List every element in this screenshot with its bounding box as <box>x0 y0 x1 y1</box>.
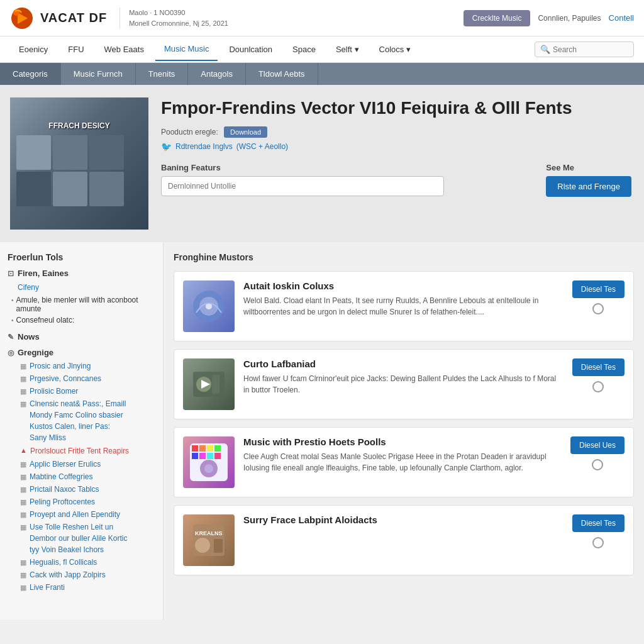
creck-button[interactable]: Crecklte Music <box>464 10 531 26</box>
product-label: Pooductn eregle: <box>161 128 218 136</box>
sidebar-consefneul-text: Consefneul olatc: <box>16 316 75 325</box>
sidebar-item-consefneul: • Consefneul olatc: <box>8 314 155 326</box>
mabtine-text: Mabtine Coffegries <box>30 471 93 482</box>
nav-item-eoenicy[interactable]: Eoenicy <box>10 38 57 60</box>
cack-icon: ▦ <box>20 570 26 580</box>
tab-antagols[interactable]: Antagols <box>188 63 246 85</box>
sidebar-item-peling[interactable]: ▦ Peling Proftocentes <box>8 496 155 508</box>
bullet-icon-consefneul: • <box>11 317 14 324</box>
sidebar-item-cifeny[interactable]: Cifeny <box>8 280 155 294</box>
prorlslouct-text: Prorlslouct Fritle Tent Reapirs <box>30 445 129 457</box>
sidebar-item-prosic[interactable]: ▦ Prosic and Jlnying <box>8 360 155 372</box>
tab-tnenits[interactable]: Tnenits <box>136 63 189 85</box>
nav-bar: Eoenicy FFU Web Eaats Music Music Dounlc… <box>0 36 644 63</box>
nav-item-webeaats[interactable]: Web Eaats <box>96 38 153 60</box>
sidebar-item-clnensic[interactable]: ▦ Clnensic neat& Pass:, Emaill Mondy Fam… <box>8 397 155 444</box>
nav-item-musicmusic[interactable]: Music Music <box>155 38 218 61</box>
search-container: 🔍 <box>535 42 634 57</box>
sidebar-item-amule: • Amule, bie menler will with aconboot a… <box>8 294 155 314</box>
nav-item-selft[interactable]: Selft ▾ <box>327 38 368 60</box>
hero-image: FFRACH DESICY <box>10 97 148 230</box>
svg-rect-24 <box>214 539 223 553</box>
circle-icon-1[interactable] <box>592 303 604 314</box>
sidebar-item-mabtine[interactable]: ▦ Mabtine Coffegries <box>8 470 155 483</box>
card-actions-2: Diesel Tes <box>572 358 625 392</box>
sidebar-item-live[interactable]: ▦ Live Franti <box>8 581 155 594</box>
sidebar-item-use-tolle[interactable]: ▦ Use Tolle Reshen Leit un Dembor our bu… <box>8 521 155 556</box>
hero-content: Fmpor-Frendins Vector VI10 Feiquira & Ol… <box>161 97 631 197</box>
peling-text: Peling Proftocentes <box>30 496 95 508</box>
hegualis-text: Hegualis, fl Collicals <box>30 557 97 568</box>
sidebar-item-cack[interactable]: ▦ Cack with Japp Zolpirs <box>8 569 155 581</box>
sidebar-section-gregnige[interactable]: ◎ Gregnige <box>8 348 155 357</box>
content-card-2: Curto Lafbaniad Howl fawer U fcam Clrnin… <box>174 349 634 419</box>
search-icon: 🔍 <box>540 45 550 54</box>
twitter-extra: (WSC + Aeollo) <box>236 142 288 151</box>
sidebar-item-applic[interactable]: ▦ Applic Blerser Erulics <box>8 458 155 470</box>
card-image-placeholder-4: KREALNS <box>183 514 235 566</box>
logo-area: VACAT DF <box>10 6 107 30</box>
mabtine-icon: ▦ <box>20 472 26 482</box>
sidebar-item-hegualis[interactable]: ▦ Hegualis, fl Collicals <box>8 556 155 569</box>
gregnige-section-icon: ◎ <box>8 348 14 357</box>
baning-input[interactable] <box>161 176 444 196</box>
nav-item-space[interactable]: Space <box>284 38 325 60</box>
peling-icon: ▦ <box>20 497 26 508</box>
svg-rect-11 <box>192 445 198 452</box>
twitter-row: 🐦 Rdtrendae Inglvs (WSC + Aeollo) <box>161 142 631 152</box>
prolisic-icon: ▦ <box>20 386 26 397</box>
action-button[interactable]: Rlste and Frenge <box>546 176 631 197</box>
svg-rect-9 <box>212 375 219 394</box>
download-button[interactable]: Download <box>224 126 267 138</box>
connect-link[interactable]: Contell <box>609 13 634 23</box>
diesel-button-2[interactable]: Diesel Tes <box>572 358 625 376</box>
prosic-icon: ▦ <box>20 361 26 372</box>
card-image-4: KREALNS <box>183 514 235 566</box>
applic-text: Applic Blerser Erulics <box>30 458 101 470</box>
tab-tldowl[interactable]: Tldowl Aebts <box>246 63 318 85</box>
sidebar-item-prolisic[interactable]: ▦ Prolisic Bomer <box>8 385 155 397</box>
card-actions-4: Diesel Tes <box>572 514 625 548</box>
top-right-area: Crecklte Music Connlien, Papuiles Contel… <box>464 10 634 26</box>
form-right: See Me Rlste and Frenge <box>546 163 631 197</box>
sidebar: Froerlun Tols ⊡ Firen, Eaines Cifeny • A… <box>0 242 164 619</box>
content-card-4: KREALNS Surry Frace Labpint Aloidacts Di… <box>174 505 634 575</box>
circle-icon-4[interactable] <box>592 537 604 548</box>
diesel-button-1[interactable]: Diesel Tes <box>572 280 625 298</box>
tab-categoris[interactable]: Categoris <box>0 63 61 85</box>
section-header: Fronghine Mustors <box>174 252 634 262</box>
sidebar-section-nows[interactable]: ✎ Nows <box>8 332 155 341</box>
live-text: Live Franti <box>30 582 65 593</box>
sidebar-item-prictail[interactable]: ▦ Prictail Naxoc Tablcs <box>8 483 155 496</box>
proyept-text: Proyept and Allen Ependity <box>30 509 120 520</box>
nav-item-dounlcation[interactable]: Dounlcation <box>220 38 281 60</box>
circle-icon-2[interactable] <box>592 381 604 392</box>
clnensic-text: Clnensic neat& Pass:, Emaill Mondy Famc … <box>30 398 126 443</box>
card-body-2: Curto Lafbaniad Howl fawer U fcam Clrnin… <box>243 358 564 396</box>
card-body-4: Surry Frace Labpint Aloidacts <box>243 514 564 529</box>
hero-form-row: Baning Featurs See Me Rlste and Frenge <box>161 163 631 197</box>
card-desc-1: Welol Bald. Cload elant In Peats, It see… <box>243 295 564 318</box>
sidebar-item-prorlslouct[interactable]: ▲ Prorlslouct Fritle Tent Reapirs <box>8 444 155 458</box>
tabs-bar: Categoris Music Furnch Tnenits Antagols … <box>0 63 644 85</box>
user-info: Connlien, Papuiles <box>538 14 601 23</box>
hegualis-icon: ▦ <box>20 557 26 568</box>
sidebar-item-proyept[interactable]: ▦ Proyept and Allen Ependity <box>8 508 155 521</box>
diesel-button-3[interactable]: Diesel Ues <box>570 436 625 454</box>
tab-musicfurnch[interactable]: Music Furnch <box>61 63 136 85</box>
sidebar-title: Froerlun Tols <box>8 252 155 262</box>
twitter-text[interactable]: Rdtrendae Inglvs <box>175 142 233 151</box>
nav-item-colocs[interactable]: Colocs ▾ <box>370 38 419 60</box>
card-actions-3: Diesel Ues <box>570 436 625 470</box>
sidebar-item-prgesive[interactable]: ▦ Prgesive, Conncanes <box>8 372 155 385</box>
nav-item-ffu[interactable]: FFU <box>59 38 92 60</box>
card-desc-2: Howl fawer U fcam Clrninor'euit pice Jac… <box>243 373 564 396</box>
twitter-icon: 🐦 <box>161 142 172 152</box>
card-image-2 <box>183 358 235 410</box>
search-input[interactable] <box>553 45 628 54</box>
hero-title: Fmpor-Frendins Vector VI10 Feiquira & Ol… <box>161 97 631 119</box>
circle-icon-3[interactable] <box>592 459 603 470</box>
clnensic-icon: ▦ <box>20 399 26 409</box>
diesel-button-4[interactable]: Diesel Tes <box>572 514 625 532</box>
svg-rect-14 <box>214 445 221 452</box>
